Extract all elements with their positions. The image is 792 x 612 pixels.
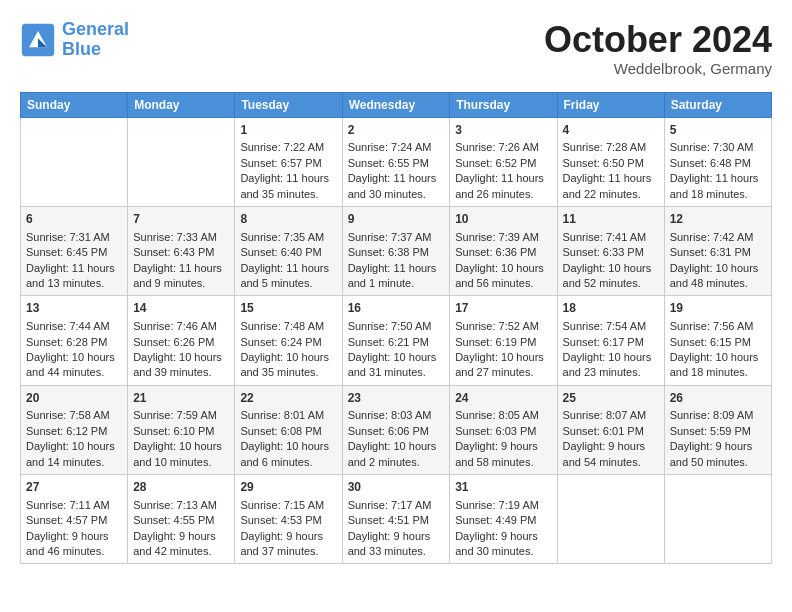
cell-text: Sunset: 6:57 PM [240, 156, 336, 171]
cell-text: Daylight: 11 hours and 1 minute. [348, 261, 445, 292]
calendar-cell: 12Sunrise: 7:42 AMSunset: 6:31 PMDayligh… [664, 206, 771, 295]
cell-text: Sunset: 6:55 PM [348, 156, 445, 171]
cell-text: Daylight: 10 hours and 2 minutes. [348, 439, 445, 470]
cell-text: Sunrise: 7:41 AM [563, 230, 659, 245]
day-header-friday: Friday [557, 92, 664, 117]
cell-text: Sunset: 6:15 PM [670, 335, 766, 350]
cell-text: Sunset: 6:28 PM [26, 335, 122, 350]
day-header-sunday: Sunday [21, 92, 128, 117]
calendar-cell: 3Sunrise: 7:26 AMSunset: 6:52 PMDaylight… [450, 117, 557, 206]
day-number: 5 [670, 122, 766, 139]
cell-text: Daylight: 9 hours and 42 minutes. [133, 529, 229, 560]
cell-text: Sunset: 5:59 PM [670, 424, 766, 439]
day-number: 16 [348, 300, 445, 317]
day-number: 7 [133, 211, 229, 228]
day-number: 9 [348, 211, 445, 228]
calendar-cell: 24Sunrise: 8:05 AMSunset: 6:03 PMDayligh… [450, 385, 557, 474]
cell-text: Sunrise: 7:39 AM [455, 230, 551, 245]
cell-text: Sunset: 6:52 PM [455, 156, 551, 171]
day-number: 10 [455, 211, 551, 228]
day-number: 6 [26, 211, 122, 228]
month-title: October 2024 [544, 20, 772, 60]
cell-text: Sunrise: 8:09 AM [670, 408, 766, 423]
calendar-cell: 4Sunrise: 7:28 AMSunset: 6:50 PMDaylight… [557, 117, 664, 206]
cell-text: Daylight: 11 hours and 26 minutes. [455, 171, 551, 202]
cell-text: Daylight: 10 hours and 56 minutes. [455, 261, 551, 292]
day-number: 27 [26, 479, 122, 496]
cell-text: Daylight: 10 hours and 52 minutes. [563, 261, 659, 292]
cell-text: Daylight: 10 hours and 31 minutes. [348, 350, 445, 381]
calendar-cell [21, 117, 128, 206]
logo-icon [20, 22, 56, 58]
cell-text: Sunset: 4:49 PM [455, 513, 551, 528]
day-number: 17 [455, 300, 551, 317]
cell-text: Sunrise: 8:07 AM [563, 408, 659, 423]
cell-text: Sunrise: 7:13 AM [133, 498, 229, 513]
cell-text: Sunrise: 7:28 AM [563, 140, 659, 155]
cell-text: Daylight: 10 hours and 27 minutes. [455, 350, 551, 381]
title-block: October 2024 Weddelbrook, Germany [544, 20, 772, 77]
cell-text: Daylight: 11 hours and 5 minutes. [240, 261, 336, 292]
calendar-cell: 15Sunrise: 7:48 AMSunset: 6:24 PMDayligh… [235, 296, 342, 385]
cell-text: Sunset: 6:38 PM [348, 245, 445, 260]
cell-text: Sunrise: 7:56 AM [670, 319, 766, 334]
calendar-cell: 13Sunrise: 7:44 AMSunset: 6:28 PMDayligh… [21, 296, 128, 385]
day-number: 26 [670, 390, 766, 407]
day-number: 19 [670, 300, 766, 317]
calendar-cell: 5Sunrise: 7:30 AMSunset: 6:48 PMDaylight… [664, 117, 771, 206]
cell-text: Sunset: 6:50 PM [563, 156, 659, 171]
cell-text: Daylight: 10 hours and 44 minutes. [26, 350, 122, 381]
cell-text: Sunset: 6:17 PM [563, 335, 659, 350]
cell-text: Daylight: 9 hours and 54 minutes. [563, 439, 659, 470]
cell-text: Sunrise: 7:24 AM [348, 140, 445, 155]
cell-text: Sunset: 6:12 PM [26, 424, 122, 439]
cell-text: Sunset: 4:51 PM [348, 513, 445, 528]
calendar-cell: 26Sunrise: 8:09 AMSunset: 5:59 PMDayligh… [664, 385, 771, 474]
day-header-saturday: Saturday [664, 92, 771, 117]
cell-text: Sunrise: 7:46 AM [133, 319, 229, 334]
cell-text: Sunrise: 7:31 AM [26, 230, 122, 245]
day-header-wednesday: Wednesday [342, 92, 450, 117]
cell-text: Daylight: 9 hours and 37 minutes. [240, 529, 336, 560]
cell-text: Sunrise: 7:30 AM [670, 140, 766, 155]
cell-text: Sunrise: 7:50 AM [348, 319, 445, 334]
day-number: 8 [240, 211, 336, 228]
day-number: 25 [563, 390, 659, 407]
day-number: 15 [240, 300, 336, 317]
calendar-cell: 22Sunrise: 8:01 AMSunset: 6:08 PMDayligh… [235, 385, 342, 474]
cell-text: Sunrise: 7:58 AM [26, 408, 122, 423]
day-number: 29 [240, 479, 336, 496]
logo-text: General Blue [62, 20, 129, 60]
cell-text: Daylight: 10 hours and 35 minutes. [240, 350, 336, 381]
location: Weddelbrook, Germany [544, 60, 772, 77]
day-number: 1 [240, 122, 336, 139]
page-header: General Blue October 2024 Weddelbrook, G… [20, 20, 772, 77]
cell-text: Sunrise: 7:33 AM [133, 230, 229, 245]
cell-text: Sunset: 6:26 PM [133, 335, 229, 350]
cell-text: Sunset: 6:21 PM [348, 335, 445, 350]
cell-text: Sunrise: 7:44 AM [26, 319, 122, 334]
day-header-thursday: Thursday [450, 92, 557, 117]
cell-text: Sunrise: 7:11 AM [26, 498, 122, 513]
cell-text: Sunrise: 7:54 AM [563, 319, 659, 334]
cell-text: Daylight: 10 hours and 23 minutes. [563, 350, 659, 381]
cell-text: Sunrise: 8:05 AM [455, 408, 551, 423]
day-number: 24 [455, 390, 551, 407]
calendar-cell: 31Sunrise: 7:19 AMSunset: 4:49 PMDayligh… [450, 475, 557, 564]
calendar-cell: 20Sunrise: 7:58 AMSunset: 6:12 PMDayligh… [21, 385, 128, 474]
cell-text: Sunset: 6:40 PM [240, 245, 336, 260]
day-number: 11 [563, 211, 659, 228]
cell-text: Sunset: 6:03 PM [455, 424, 551, 439]
cell-text: Daylight: 9 hours and 33 minutes. [348, 529, 445, 560]
calendar-cell: 21Sunrise: 7:59 AMSunset: 6:10 PMDayligh… [128, 385, 235, 474]
cell-text: Sunset: 6:45 PM [26, 245, 122, 260]
day-number: 28 [133, 479, 229, 496]
cell-text: Sunrise: 7:19 AM [455, 498, 551, 513]
calendar-table: SundayMondayTuesdayWednesdayThursdayFrid… [20, 92, 772, 565]
calendar-cell: 28Sunrise: 7:13 AMSunset: 4:55 PMDayligh… [128, 475, 235, 564]
calendar-cell: 19Sunrise: 7:56 AMSunset: 6:15 PMDayligh… [664, 296, 771, 385]
calendar-cell: 7Sunrise: 7:33 AMSunset: 6:43 PMDaylight… [128, 206, 235, 295]
day-number: 2 [348, 122, 445, 139]
calendar-cell: 11Sunrise: 7:41 AMSunset: 6:33 PMDayligh… [557, 206, 664, 295]
cell-text: Daylight: 10 hours and 10 minutes. [133, 439, 229, 470]
